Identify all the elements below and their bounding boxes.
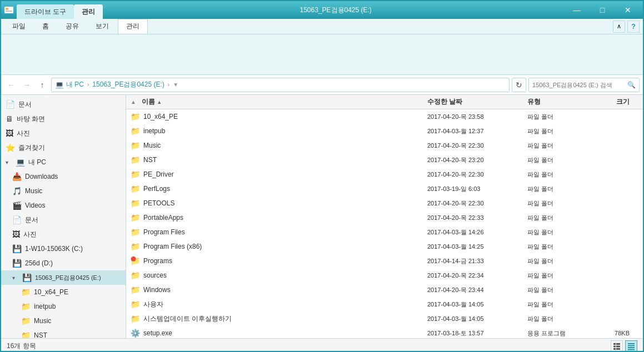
- sidebar-item-inetpub[interactable]: 📁 inetpub: [1, 299, 126, 314]
- help-button[interactable]: ?: [627, 21, 640, 33]
- file-type: 파일 폴더: [527, 199, 594, 208]
- file-name-cell: 📁 10_x64_PE: [131, 112, 427, 121]
- sidebar-item-10x64[interactable]: 📁 10_x64_PE: [1, 285, 126, 299]
- ribbon-collapse-button[interactable]: ∧: [613, 21, 625, 33]
- svg-rect-4: [616, 343, 620, 345]
- app-icon: [3, 4, 14, 16]
- file-name: PETOOLS: [143, 199, 174, 207]
- ribbon-tab-file[interactable]: 파일: [4, 19, 33, 33]
- expand-mypc-icon[interactable]: ▾: [6, 159, 12, 165]
- search-input[interactable]: [532, 82, 625, 88]
- drive-c-icon: 💾: [12, 244, 22, 253]
- sidebar-item-music[interactable]: 🎵 Music: [1, 184, 126, 198]
- file-name: PortableApps: [143, 214, 183, 222]
- expand-e-icon[interactable]: ▾: [12, 275, 19, 281]
- table-row[interactable]: 📁 Program Files 2017-04-03-월 14:26 파일 폴더: [126, 225, 643, 239]
- sidebar-item-videos[interactable]: 🎬 Videos: [1, 198, 126, 213]
- sidebar-item-downloads[interactable]: 📥 Downloads: [1, 169, 126, 184]
- ribbon-tab-manage[interactable]: 관리: [118, 19, 148, 34]
- sidebar-item-drive-d[interactable]: 💾 256d (D:): [1, 256, 126, 270]
- sidebar-item-mypc[interactable]: ▾ 💻 내 PC: [1, 155, 126, 169]
- mypc-icon: 💻: [16, 158, 25, 167]
- table-row[interactable]: 📁 sources 2017-04-20-목 22:34 파일 폴더: [126, 268, 643, 283]
- table-row[interactable]: 📁 Music 2017-04-20-목 22:30 파일 폴더: [126, 138, 643, 153]
- table-row[interactable]: 📁 inetpub 2017-04-03-월 12:37 파일 폴더: [126, 124, 643, 138]
- docs2-icon: 📄: [12, 215, 22, 224]
- file-name-cell: 📁 사용자: [131, 300, 427, 309]
- file-name-cell: 📁 Music: [131, 141, 427, 150]
- 10x64-icon: 📁: [21, 288, 31, 296]
- sidebar-item-docs2[interactable]: 📄 문서: [1, 213, 126, 227]
- forward-button[interactable]: →: [20, 78, 33, 92]
- table-row[interactable]: 📁🔴 Programs 2017-04-14-금 21:33 파일 폴더: [126, 254, 643, 268]
- table-row[interactable]: ⚙️ setup.exe 2017-03-18-토 13:57 응용 프로그램 …: [126, 326, 643, 338]
- folder-icon: 📁: [131, 155, 140, 164]
- table-row[interactable]: 📁 PE_Driver 2017-04-20-목 22:30 파일 폴더: [126, 167, 643, 182]
- folder-icon: 📁: [131, 228, 140, 237]
- file-name: sources: [143, 271, 167, 279]
- path-dropdown-icon[interactable]: ▼: [173, 82, 178, 88]
- ribbon-tab-share[interactable]: 공유: [58, 19, 87, 33]
- ribbon-placeholder: [6, 52, 10, 57]
- table-row[interactable]: 📁 PortableApps 2017-04-20-목 22:33 파일 폴더: [126, 210, 643, 225]
- col-size[interactable]: 크기: [594, 97, 638, 107]
- folder-icon: 📁: [131, 271, 140, 280]
- file-type: 파일 폴더: [527, 228, 594, 237]
- table-row[interactable]: 📁 Windows 2017-04-20-목 23:44 파일 폴더: [126, 283, 643, 297]
- table-row[interactable]: 📁 사용자 2017-04-03-월 14:05 파일 폴더: [126, 297, 643, 311]
- back-button[interactable]: ←: [4, 78, 18, 92]
- sidebar-item-nst[interactable]: 📁 NST: [1, 328, 126, 338]
- path-drive[interactable]: 15063_PE검용0425 (E:): [92, 80, 164, 89]
- music-icon: 🎵: [12, 187, 22, 195]
- col-type[interactable]: 유형: [527, 97, 594, 107]
- sidebar-item-photos2[interactable]: 🖼 사진: [1, 227, 126, 242]
- address-path[interactable]: 💻 내 PC › 15063_PE검용0425 (E:) › ▼: [51, 78, 510, 92]
- sidebar-item-drive-c[interactable]: 💾 1-W10-15063K (C:): [1, 242, 126, 256]
- sidebar-item-music2[interactable]: 📁 Music: [1, 314, 126, 328]
- table-row[interactable]: 📁 PETOOLS 2017-04-20-목 22:30 파일 폴더: [126, 196, 643, 210]
- table-row[interactable]: 📁 Program Files (x86) 2017-04-03-월 14:25…: [126, 239, 643, 254]
- sidebar-item-photos[interactable]: 🖼 사진: [1, 126, 126, 140]
- col-name[interactable]: 이름 ▲: [139, 97, 427, 107]
- address-bar: ← → ↑ 💻 내 PC › 15063_PE검용0425 (E:) › ▼ ↻…: [1, 75, 643, 95]
- maximize-button[interactable]: □: [590, 1, 615, 19]
- folder-icon: 📁: [131, 170, 140, 179]
- file-date: 2017-04-20-목 22:30: [427, 142, 527, 150]
- detail-view-button[interactable]: [625, 340, 637, 353]
- ribbon-tab-home[interactable]: 홈: [34, 19, 57, 33]
- minimize-button[interactable]: —: [564, 1, 590, 19]
- sidebar-item-desktop[interactable]: 🖥 바탕 화면: [1, 112, 126, 126]
- ribbon-tabs: 파일 홈 공유 보기 관리 ∧ ?: [1, 19, 643, 34]
- svg-rect-6: [616, 345, 620, 347]
- table-row[interactable]: 📁 NST 2017-04-20-목 23:20 파일 폴더: [126, 153, 643, 167]
- up-button[interactable]: ↑: [36, 78, 49, 92]
- window-controls: — □ ✕: [564, 1, 641, 19]
- file-date: 2017-04-03-월 12:37: [427, 127, 527, 135]
- path-mypc[interactable]: 내 PC: [66, 80, 84, 89]
- refresh-button[interactable]: ↻: [512, 78, 526, 92]
- tab-drive-tools[interactable]: 드라이브 도구: [17, 4, 74, 19]
- file-date: 2017-04-20-목 23:58: [427, 113, 527, 121]
- svg-rect-5: [613, 345, 616, 347]
- chevron-1: ›: [87, 82, 89, 88]
- ribbon-tab-view[interactable]: 보기: [88, 19, 117, 33]
- main-area: 📄 문서 🖥 바탕 화면 🖼 사진 ⭐ 즐겨찾기 ▾ 💻 내 PC 📥 Down…: [1, 95, 643, 338]
- col-date[interactable]: 수정한 날짜: [427, 97, 527, 107]
- file-name-cell: 📁 Windows: [131, 285, 427, 294]
- table-row[interactable]: 📁 시스템업데이트 이후실행하기 2017-04-03-월 14:05 파일 폴…: [126, 311, 643, 326]
- sidebar-item-favorites[interactable]: ⭐ 즐겨찾기: [1, 140, 126, 155]
- table-row[interactable]: 📁 PerfLogs 2017-03-19-일 6:03 파일 폴더: [126, 182, 643, 196]
- file-date: 2017-04-20-목 22:33: [427, 214, 527, 222]
- list-view-button[interactable]: [611, 340, 623, 353]
- file-date: 2017-04-20-목 22:34: [427, 271, 527, 280]
- sidebar-item-drive-e[interactable]: ▾ 💾 15063_PE검용0425 (E:): [1, 270, 126, 285]
- sidebar-item-documents[interactable]: 📄 문서: [1, 97, 126, 112]
- table-row[interactable]: 📁 10_x64_PE 2017-04-20-목 23:58 파일 폴더: [126, 109, 643, 124]
- search-box[interactable]: 🔍: [528, 78, 640, 92]
- file-name: PerfLogs: [143, 185, 170, 193]
- folder-icon: 📁: [131, 242, 140, 251]
- folder-icon: 📁: [131, 199, 140, 208]
- svg-rect-9: [628, 343, 635, 344]
- close-button[interactable]: ✕: [615, 1, 641, 19]
- tab-manage[interactable]: 관리: [74, 4, 103, 19]
